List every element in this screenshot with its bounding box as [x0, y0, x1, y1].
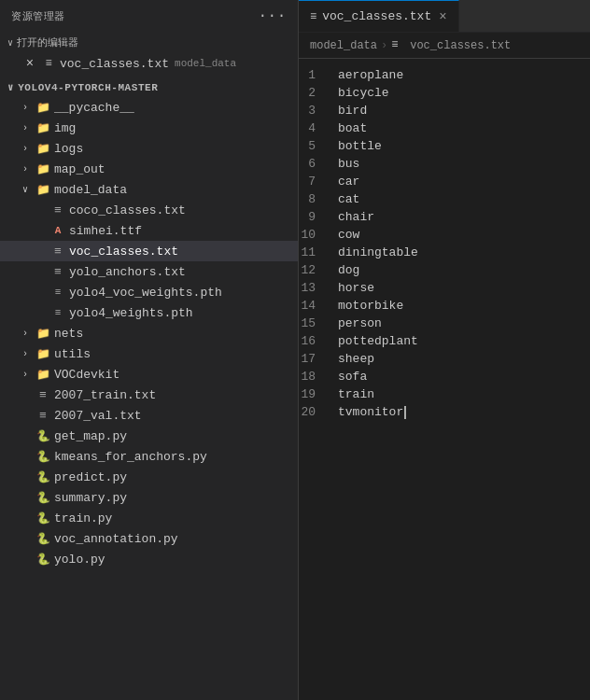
- open-editors-chevron: ∨: [7, 37, 13, 49]
- tree-item-label: VOCdevkit: [54, 368, 119, 382]
- tree-item-yolo4-voc-weights-pth[interactable]: ≡yolo4_voc_weights.pth: [0, 282, 298, 302]
- txt-file-icon: ≡: [50, 264, 65, 279]
- sidebar-title: 资源管理器: [11, 9, 65, 23]
- pth-file-icon: ≡: [50, 305, 65, 320]
- code-text: diningtable: [338, 244, 418, 261]
- pth-file-icon: ≡: [50, 285, 65, 300]
- code-line-8: cat: [338, 190, 590, 208]
- tree-item-kmeans-for-anchors-py[interactable]: 🐍kmeans_for_anchors.py: [0, 446, 298, 467]
- sidebar-more-button[interactable]: ···: [258, 7, 287, 24]
- tree-item-voc-classes-txt[interactable]: ≡voc_classes.txt: [0, 241, 298, 261]
- tab-voc-classes[interactable]: ≡ voc_classes.txt ×: [299, 0, 459, 33]
- txt-file-icon: ≡: [50, 203, 65, 217]
- tree-item-summary-py[interactable]: 🐍summary.py: [0, 487, 298, 508]
- tree-item-label: train.py: [54, 511, 112, 525]
- folder-icon: 📁: [35, 161, 50, 176]
- breadcrumb-file: voc_classes.txt: [410, 39, 511, 52]
- open-editor-filename: voc_classes.txt: [60, 57, 169, 71]
- py-file-icon: 🐍: [35, 490, 50, 505]
- py-file-icon: 🐍: [35, 511, 50, 525]
- py-file-icon: 🐍: [35, 552, 50, 567]
- tree-item-voc-annotation-py[interactable]: 🐍voc_annotation.py: [0, 528, 298, 549]
- tree-item-2007-val-txt[interactable]: ≡2007_val.txt: [0, 405, 298, 426]
- folder-chevron: ›: [22, 103, 35, 113]
- code-text: boat: [338, 119, 367, 137]
- code-line-14: motorbike: [338, 297, 590, 315]
- folder-chevron: ∨: [22, 184, 35, 195]
- tab-file-icon: ≡: [310, 10, 316, 23]
- tree-item---pycache--[interactable]: ›📁__pycache__: [0, 97, 298, 118]
- tab-close-button[interactable]: ×: [439, 9, 446, 24]
- code-text: dog: [338, 261, 359, 279]
- tree-item-get-map-py[interactable]: 🐍get_map.py: [0, 426, 298, 446]
- code-text: chair: [338, 208, 374, 226]
- folder-chevron: ›: [22, 123, 35, 133]
- tree-item-model-data[interactable]: ∨📁model_data: [0, 179, 298, 200]
- tree-item-label: nets: [54, 327, 83, 341]
- code-line-1: aeroplane: [338, 66, 590, 84]
- tree-item-utils[interactable]: ›📁utils: [0, 343, 298, 364]
- line-number-10: 10: [299, 226, 323, 244]
- tree-item-label: yolo_anchors.txt: [69, 265, 186, 279]
- project-chevron: ∨: [7, 81, 14, 93]
- line-number-20: 20: [299, 403, 323, 421]
- tree-item-logs[interactable]: ›📁logs: [0, 138, 298, 159]
- line-number-3: 3: [299, 102, 323, 119]
- folder-icon: 📁: [35, 326, 50, 341]
- breadcrumb-separator: ›: [381, 39, 387, 52]
- tree-item-label: 2007_train.txt: [54, 388, 156, 402]
- code-text: horse: [338, 279, 374, 297]
- code-text: person: [338, 315, 382, 332]
- file-tree: ›📁__pycache__›📁img›📁logs›📁map_out∨📁model…: [0, 97, 298, 569]
- open-editor-item[interactable]: × ≡ voc_classes.txt model_data: [0, 53, 298, 74]
- folder-chevron: ›: [22, 164, 35, 175]
- open-editors-label: 打开的编辑器: [17, 35, 78, 49]
- tree-item-label: kmeans_for_anchors.py: [54, 450, 207, 464]
- tree-item-predict-py[interactable]: 🐍predict.py: [0, 467, 298, 487]
- line-number-14: 14: [299, 297, 323, 315]
- tree-item-nets[interactable]: ›📁nets: [0, 323, 298, 343]
- tree-item-label: map_out: [54, 162, 105, 176]
- project-name: YOLOV4-PYTORCH-MASTER: [18, 82, 158, 93]
- tree-item-label: logs: [54, 142, 83, 156]
- folder-icon: 📁: [35, 141, 50, 156]
- folder-icon: 📁: [35, 120, 50, 135]
- code-line-2: bicycle: [338, 84, 590, 102]
- tree-item-yolo4-weights-pth[interactable]: ≡yolo4_weights.pth: [0, 302, 298, 323]
- folder-chevron: ›: [22, 370, 35, 380]
- tree-item-coco-classes-txt[interactable]: ≡coco_classes.txt: [0, 200, 298, 220]
- tree-item-yolo-py[interactable]: 🐍yolo.py: [0, 549, 298, 569]
- py-file-icon: 🐍: [35, 469, 50, 484]
- code-line-17: sheep: [338, 350, 590, 368]
- py-file-icon: 🐍: [35, 531, 50, 546]
- code-text: train: [338, 385, 374, 403]
- close-icon[interactable]: ×: [22, 56, 37, 71]
- project-label[interactable]: ∨ YOLOV4-PYTORCH-MASTER: [0, 77, 298, 97]
- line-number-6: 6: [299, 155, 323, 173]
- code-text: tvmonitor: [338, 403, 403, 421]
- code-lines[interactable]: aeroplanebicyclebirdboatbottlebuscarcatc…: [338, 66, 590, 700]
- txt-file-icon: ≡: [35, 408, 50, 423]
- code-text: car: [338, 173, 359, 190]
- tree-item-img[interactable]: ›📁img: [0, 118, 298, 138]
- file-txt-icon: ≡: [41, 56, 56, 71]
- breadcrumb: model_data › ≡ voc_classes.txt: [299, 33, 590, 59]
- tree-item-2007-train-txt[interactable]: ≡2007_train.txt: [0, 385, 298, 405]
- tree-item-simhei-ttf[interactable]: Asimhei.ttf: [0, 220, 298, 241]
- tree-item-VOCdevkit[interactable]: ›📁VOCdevkit: [0, 364, 298, 385]
- code-text: motorbike: [338, 297, 403, 315]
- tab-label: voc_classes.txt: [322, 9, 431, 23]
- open-editors-section[interactable]: ∨ 打开的编辑器: [0, 32, 298, 53]
- line-number-18: 18: [299, 368, 323, 385]
- line-number-13: 13: [299, 279, 323, 297]
- code-text: cow: [338, 226, 359, 244]
- tree-item-yolo-anchors-txt[interactable]: ≡yolo_anchors.txt: [0, 261, 298, 282]
- code-text: bottle: [338, 137, 382, 155]
- line-number-12: 12: [299, 261, 323, 279]
- code-line-11: diningtable: [338, 244, 590, 261]
- tree-item-map-out[interactable]: ›📁map_out: [0, 159, 298, 179]
- py-file-icon: 🐍: [35, 449, 50, 464]
- tree-item-train-py[interactable]: 🐍train.py: [0, 508, 298, 528]
- code-text: bird: [338, 102, 367, 119]
- tree-item-label: coco_classes.txt: [69, 203, 186, 217]
